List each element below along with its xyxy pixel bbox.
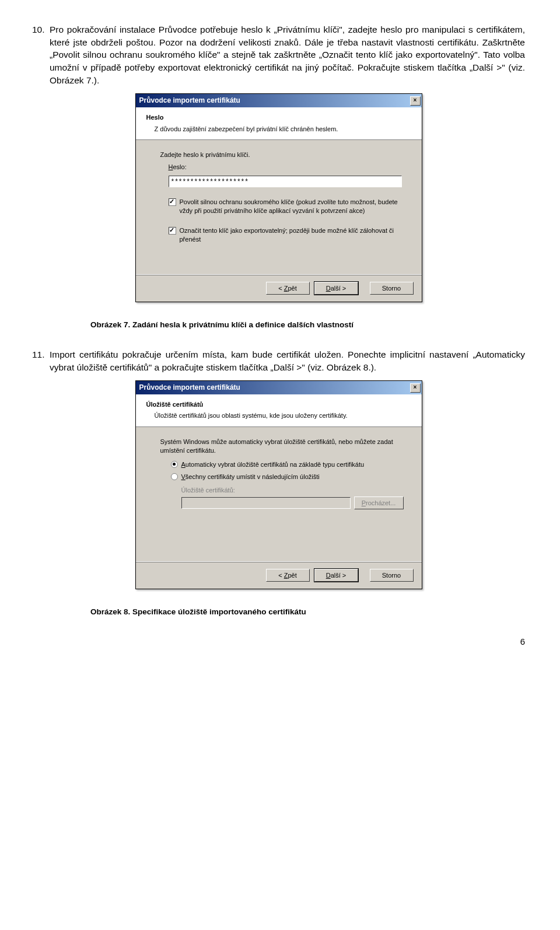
- page-number: 6: [32, 635, 525, 648]
- radio-label: Automaticky vybrat úložiště certifikátů …: [181, 460, 365, 469]
- para-text: Import certifikátu pokračuje určením mís…: [50, 348, 525, 373]
- next-button[interactable]: Další >: [314, 569, 358, 582]
- radio-place-all[interactable]: Všechny certifikáty umístit v následujíc…: [171, 473, 404, 481]
- dialog-store: Průvodce importem certifikátu × Úložiště…: [135, 380, 422, 589]
- header-title: Heslo: [146, 113, 414, 122]
- cancel-button[interactable]: Storno: [370, 569, 414, 582]
- wizard-header: Úložiště certifikátů Úložiště certifikát…: [136, 394, 422, 427]
- checkbox-label: Povolit silnou ochranu soukromého klíče …: [180, 198, 402, 216]
- wizard-footer: < Zpět Další > Storno: [136, 274, 422, 302]
- header-subtitle: Z důvodu zajištění zabezpečení byl privá…: [146, 125, 414, 134]
- radio-auto-select[interactable]: Automaticky vybrat úložiště certifikátů …: [171, 460, 404, 469]
- titlebar: Průvodce importem certifikátu ×: [136, 94, 422, 107]
- paragraph-10: 10. Pro pokračování instalace Průvodce p…: [32, 23, 525, 86]
- para-text: Pro pokračování instalace Průvodce potře…: [50, 23, 525, 86]
- para-number: 11.: [32, 348, 50, 373]
- checkbox-label: Označit tento klíč jako exportovatelný; …: [180, 226, 402, 244]
- wizard-footer: < Zpět Další > Storno: [136, 561, 422, 589]
- store-label: Úložiště certifikátů:: [181, 486, 404, 495]
- prompt-text: Systém Windows může automaticky vybrat ú…: [160, 438, 404, 456]
- radio-label: Všechny certifikáty umístit v následujíc…: [181, 473, 320, 481]
- prompt-text: Zadejte heslo k privátnímu klíči.: [160, 151, 404, 159]
- password-label: Heslo:: [169, 163, 404, 172]
- store-path-input: [181, 497, 351, 509]
- password-input[interactable]: [169, 176, 402, 187]
- figure-caption-8: Obrázek 8. Specifikace úložiště importov…: [90, 607, 525, 618]
- header-title: Úložiště certifikátů: [146, 400, 414, 409]
- next-button[interactable]: Další >: [314, 282, 358, 295]
- paragraph-11: 11. Import certifikátu pokračuje určením…: [32, 348, 525, 373]
- close-icon[interactable]: ×: [410, 383, 421, 393]
- wizard-header: Heslo Z důvodu zajištění zabezpečení byl…: [136, 107, 422, 140]
- para-number: 10.: [32, 23, 50, 86]
- browse-button: Procházet...: [354, 497, 404, 509]
- checkbox-strong-protection[interactable]: Povolit silnou ochranu soukromého klíče …: [169, 198, 402, 216]
- checkbox-icon: [169, 227, 176, 235]
- close-icon[interactable]: ×: [410, 96, 421, 106]
- radio-icon: [171, 461, 178, 468]
- wizard-body: Zadejte heslo k privátnímu klíči. Heslo:…: [136, 140, 422, 274]
- header-subtitle: Úložiště certifikátů jsou oblasti systém…: [146, 411, 414, 420]
- checkbox-exportable[interactable]: Označit tento klíč jako exportovatelný; …: [169, 226, 402, 244]
- wizard-body: Systém Windows může automaticky vybrat ú…: [136, 427, 422, 561]
- dialog-password: Průvodce importem certifikátu × Heslo Z …: [135, 93, 422, 302]
- back-button[interactable]: < Zpět: [266, 569, 310, 582]
- checkbox-icon: [169, 198, 176, 206]
- cancel-button[interactable]: Storno: [370, 282, 414, 295]
- titlebar: Průvodce importem certifikátu ×: [136, 381, 422, 394]
- dialog-title: Průvodce importem certifikátu: [139, 96, 240, 106]
- back-button[interactable]: < Zpět: [266, 282, 310, 295]
- figure-caption-7: Obrázek 7. Zadání hesla k privátnímu klí…: [90, 320, 525, 331]
- dialog-title: Průvodce importem certifikátu: [139, 383, 240, 393]
- radio-icon: [171, 473, 178, 480]
